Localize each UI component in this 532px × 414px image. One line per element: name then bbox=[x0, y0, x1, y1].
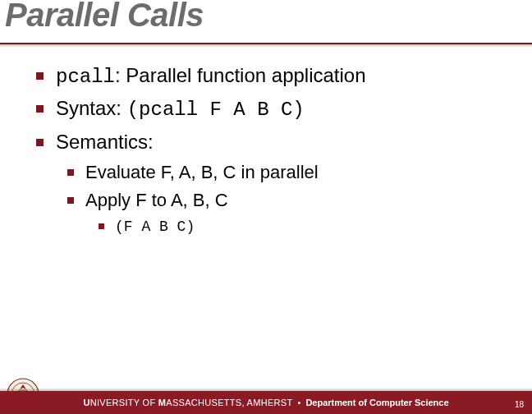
sub-sub-bullet-1: (F A B C) bbox=[115, 216, 499, 237]
bullet-list-level2: Evaluate F, A, B, C in parallel Apply F … bbox=[56, 160, 499, 237]
title-bar: Parallel Calls bbox=[0, 0, 532, 44]
bullet-2-pre: Syntax: bbox=[56, 97, 127, 119]
footer-uni-ass: ASSACHUSETTS bbox=[166, 398, 241, 407]
footer-bar: UNIVERSITY OF MASSACHUSETTS, AMHERST•Dep… bbox=[0, 391, 532, 414]
footer-separator: • bbox=[298, 398, 301, 407]
bullet-3-text: Semantics: bbox=[56, 131, 154, 153]
footer-uni-niversity: NIVERSITY OF bbox=[90, 398, 158, 407]
footer-uni-M: M bbox=[158, 398, 166, 407]
bullet-2: Syntax: (pcall F A B C) bbox=[56, 95, 499, 123]
bullet-3: Semantics: Evaluate F, A, B, C in parall… bbox=[56, 129, 499, 237]
sub-bullet-2-text: Apply F to A, B, C bbox=[85, 190, 228, 210]
bullet-list-level3: (F A B C) bbox=[85, 216, 499, 237]
footer-dept: Department of Computer Science bbox=[305, 398, 448, 407]
sub-bullet-1: Evaluate F, A, B, C in parallel bbox=[85, 160, 499, 185]
bullet-2-code: (pcall F A B C) bbox=[127, 99, 305, 121]
bullet-1: pcall: Parallel function application bbox=[56, 62, 499, 90]
bullet-1-text: : Parallel function application bbox=[115, 64, 366, 86]
footer-uni-mherst: MHERST bbox=[253, 398, 292, 407]
bullet-list-level1: pcall: Parallel function application Syn… bbox=[56, 62, 499, 237]
sub-bullet-2: Apply F to A, B, C (F A B C) bbox=[85, 188, 499, 237]
footer-uni-U: U bbox=[83, 398, 89, 407]
sub-sub-bullet-1-code: (F A B C) bbox=[115, 218, 195, 235]
footer-uni-A: , A bbox=[242, 398, 254, 407]
slide-title: Parallel Calls bbox=[5, 0, 204, 34]
footer-text: UNIVERSITY OF MASSACHUSETTS, AMHERST•Dep… bbox=[83, 398, 448, 407]
bullet-1-code: pcall bbox=[56, 66, 115, 88]
page-number: 18 bbox=[515, 400, 524, 409]
slide-content: pcall: Parallel function application Syn… bbox=[0, 44, 532, 237]
